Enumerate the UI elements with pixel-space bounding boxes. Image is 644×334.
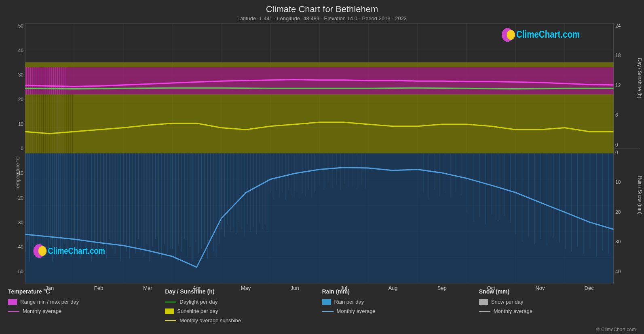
y-right-tick: 12 xyxy=(614,83,640,88)
svg-rect-219 xyxy=(66,94,67,153)
svg-rect-156 xyxy=(479,153,480,217)
svg-rect-196 xyxy=(59,67,60,94)
svg-rect-33 xyxy=(40,153,40,244)
svg-rect-153 xyxy=(461,153,462,195)
svg-rect-214 xyxy=(56,94,56,153)
x-label-apr: Apr xyxy=(172,285,221,291)
svg-rect-96 xyxy=(210,153,211,239)
svg-rect-52 xyxy=(83,153,84,242)
svg-rect-140 xyxy=(348,153,349,188)
svg-rect-104 xyxy=(233,153,234,227)
legend-label-sunshine-avg: Monthly average sunshine xyxy=(179,317,241,323)
x-label-jun: Jun xyxy=(270,285,319,291)
svg-rect-113 xyxy=(259,153,260,222)
svg-rect-112 xyxy=(256,153,257,234)
legend-col-temperature: Temperature °C Range min / max per day M… xyxy=(8,288,165,323)
svg-rect-149 xyxy=(439,153,440,197)
svg-rect-139 xyxy=(344,153,345,184)
svg-rect-131 xyxy=(311,153,312,198)
svg-rect-208 xyxy=(43,94,44,153)
svg-rect-116 xyxy=(268,153,268,232)
svg-rect-160 xyxy=(504,153,505,216)
svg-rect-111 xyxy=(253,153,254,227)
svg-rect-158 xyxy=(492,153,492,215)
y-tick: 0 xyxy=(4,146,25,151)
y-right-tick: 6 xyxy=(614,112,640,118)
svg-rect-177 xyxy=(608,153,609,254)
svg-rect-217 xyxy=(62,94,62,153)
y-right-tick: 0 xyxy=(614,150,640,155)
svg-rect-87 xyxy=(184,153,185,239)
legend-label-temp-range: Range min / max per day xyxy=(20,299,79,305)
svg-point-228 xyxy=(38,246,47,256)
chart-main: ClimeChart.com ClimeChart.com Jan Feb Ma… xyxy=(25,23,614,283)
main-title: Climate Chart for Bethlehem xyxy=(0,4,644,15)
svg-rect-34 xyxy=(42,153,42,259)
svg-rect-94 xyxy=(204,153,205,244)
svg-rect-202 xyxy=(31,94,31,153)
svg-rect-36 xyxy=(46,153,46,239)
svg-rect-209 xyxy=(45,94,46,153)
svg-rect-194 xyxy=(55,67,56,94)
svg-rect-161 xyxy=(510,153,511,223)
x-label-feb: Feb xyxy=(74,285,123,291)
y-tick: -40 xyxy=(4,244,25,250)
y-right-bottom-label: Rain / Snow (mm) xyxy=(637,176,643,215)
svg-rect-43 xyxy=(60,153,61,249)
legend-item-sunshine-avg: Monthly average sunshine xyxy=(165,317,322,323)
svg-rect-114 xyxy=(262,153,262,230)
svg-rect-181 xyxy=(28,67,29,94)
svg-rect-186 xyxy=(39,67,39,94)
legend-label-daylight: Daylight per day xyxy=(179,299,217,305)
svg-rect-80 xyxy=(164,153,165,244)
svg-rect-128 xyxy=(302,153,303,194)
svg-rect-141 xyxy=(353,153,353,187)
svg-rect-115 xyxy=(265,153,266,225)
svg-rect-182 xyxy=(30,67,31,94)
y-tick: -20 xyxy=(4,195,25,201)
svg-rect-191 xyxy=(49,67,49,94)
svg-rect-74 xyxy=(146,153,147,244)
svg-rect-63 xyxy=(114,153,115,254)
y-axis-left: Temperature °C 50 40 30 20 10 0 -10 -20 … xyxy=(4,23,25,283)
svg-rect-110 xyxy=(250,153,251,232)
svg-rect-152 xyxy=(455,153,456,192)
y-right-tick: 24 xyxy=(614,23,640,29)
svg-rect-138 xyxy=(340,153,341,190)
svg-rect-38 xyxy=(50,153,51,244)
svg-rect-95 xyxy=(207,153,208,259)
svg-rect-168 xyxy=(553,153,553,238)
title-section: Climate Chart for Bethlehem Latitude -1.… xyxy=(0,4,644,21)
svg-rect-67 xyxy=(126,153,127,252)
svg-rect-107 xyxy=(241,153,242,230)
svg-rect-41 xyxy=(56,153,57,257)
svg-rect-79 xyxy=(161,153,162,259)
legend-line-snow-avg xyxy=(479,311,490,312)
y-tick: -50 xyxy=(4,269,25,274)
y-right-top-label: Day / Sunshine (h) xyxy=(636,58,642,98)
svg-rect-134 xyxy=(323,153,324,190)
svg-rect-176 xyxy=(602,153,603,251)
svg-rect-27 xyxy=(27,153,28,242)
svg-rect-57 xyxy=(97,153,98,257)
svg-rect-144 xyxy=(365,153,366,189)
svg-rect-54 xyxy=(89,153,89,239)
svg-rect-146 xyxy=(423,153,424,193)
y-tick: -10 xyxy=(4,170,25,176)
svg-rect-59 xyxy=(103,153,104,252)
svg-text:ClimeChart.com: ClimeChart.com xyxy=(48,246,105,256)
svg-rect-64 xyxy=(118,153,118,242)
svg-rect-72 xyxy=(141,153,141,249)
x-label-may: May xyxy=(221,285,270,291)
svg-rect-154 xyxy=(467,153,467,213)
svg-rect-183 xyxy=(32,67,33,94)
svg-rect-32 xyxy=(38,153,38,252)
svg-rect-142 xyxy=(357,153,357,190)
svg-rect-169 xyxy=(559,153,560,243)
svg-rect-35 xyxy=(44,153,44,249)
x-label-oct: Oct xyxy=(467,285,515,291)
svg-rect-203 xyxy=(33,94,33,153)
chart-svg: ClimeChart.com ClimeChart.com xyxy=(25,23,614,283)
svg-rect-51 xyxy=(80,153,80,259)
legend-item-rain-avg: Monthly average xyxy=(322,308,479,314)
